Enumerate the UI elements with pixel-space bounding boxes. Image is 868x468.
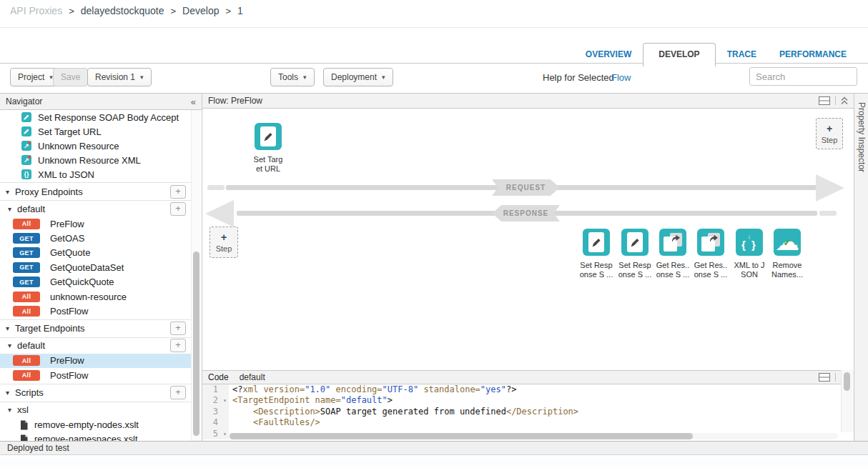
disclosure-triangle-icon[interactable]: ▾: [6, 324, 9, 332]
policy-item[interactable]: Set Target URL: [0, 124, 192, 139]
breadcrumb-item[interactable]: Develop: [182, 5, 219, 16]
policy-item[interactable]: ↗Unknown Resource XML: [0, 153, 192, 167]
fold-toggle-icon[interactable]: ▾: [221, 429, 229, 439]
method-badge: All: [13, 306, 40, 317]
add-button[interactable]: +: [170, 185, 186, 199]
save-button[interactable]: Save: [53, 68, 88, 86]
code-line[interactable]: 2▾<TargetEndpoint name="default">: [202, 395, 854, 406]
flow-item-GetQuickQuote[interactable]: GETGetQuickQuote: [0, 275, 192, 289]
pencil-icon: [583, 229, 610, 256]
tab-trace[interactable]: TRACE: [716, 44, 768, 66]
deployment-menu-button[interactable]: Deployment▾: [323, 68, 393, 86]
split-horizontal-icon[interactable]: [819, 373, 830, 382]
section-target-endpoints[interactable]: ▾Target Endpoints+: [0, 319, 192, 338]
add-button[interactable]: +: [170, 202, 186, 216]
navigator-scrollbar[interactable]: [191, 110, 201, 441]
policy-node[interactable]: ↓{ }XML to JSON: [730, 229, 769, 279]
flow-item-PreFlow[interactable]: AllPreFlow: [0, 216, 192, 231]
flow-item-GetOAS[interactable]: GETGetOAS: [0, 231, 192, 245]
plus-icon: +: [221, 232, 227, 242]
flow-panel: Flow: PreFlow REQUEST RESPONSE + Step + …: [202, 93, 854, 441]
add-button[interactable]: +: [170, 386, 186, 399]
method-badge: All: [13, 370, 40, 381]
tab-overview[interactable]: OVERVIEW: [574, 44, 643, 66]
group-xsl[interactable]: ▾xsl: [0, 402, 192, 418]
disclosure-triangle-icon[interactable]: ▾: [8, 406, 11, 414]
breadcrumb-item[interactable]: 1: [237, 5, 243, 16]
code-line[interactable]: 4 <FaultRules/>: [202, 417, 854, 428]
pencil-icon: [621, 229, 648, 256]
disclosure-triangle-icon[interactable]: ▾: [8, 205, 11, 213]
breadcrumb-item[interactable]: delayedstockquote: [81, 5, 164, 16]
add-button[interactable]: +: [170, 322, 186, 335]
cloud-check-icon: ☁✓: [774, 229, 801, 256]
line-number: 3: [202, 407, 221, 417]
add-step-button-request[interactable]: + Step: [816, 118, 843, 149]
disclosure-triangle-icon[interactable]: ▾: [6, 389, 9, 397]
revision-menu-button[interactable]: Revision 1▾: [87, 68, 152, 86]
navigator-title: Navigator: [6, 96, 42, 106]
status-bar: Deployed to test: [0, 441, 868, 455]
search-input[interactable]: [749, 67, 857, 86]
group-default[interactable]: ▾default+: [0, 338, 192, 354]
add-button[interactable]: +: [170, 339, 186, 352]
disclosure-triangle-icon[interactable]: ▾: [6, 188, 9, 196]
fold-toggle-icon[interactable]: ▾: [221, 395, 229, 406]
section-title: Proxy Endpoints: [15, 186, 83, 197]
policy-node[interactable]: Set Response S ...: [577, 229, 616, 279]
pencil-icon: [21, 126, 31, 136]
flow-item-label: GetQuickQuote: [50, 277, 114, 287]
code-line[interactable]: 3 <Description>SOAP target generated fro…: [202, 407, 854, 417]
tools-menu-button[interactable]: Tools▾: [270, 68, 315, 86]
policy-node[interactable]: Set Target URL: [249, 123, 287, 173]
flow-item-label: PostFlow: [50, 370, 88, 381]
scrollbar-thumb[interactable]: [193, 252, 199, 436]
add-step-button-response[interactable]: + Step: [209, 226, 238, 258]
code-horizontal-scrollbar[interactable]: [229, 433, 838, 439]
tab-performance[interactable]: PERFORMANCE: [768, 44, 858, 66]
flow-item-GetQuote[interactable]: GETGetQuote: [0, 246, 192, 260]
code-vertical-scrollbar[interactable]: [841, 370, 854, 432]
policy-node-label: XML to JSON: [734, 261, 765, 279]
chevron-down-icon: ▾: [382, 74, 385, 81]
flow-item-label: PreFlow: [50, 219, 84, 229]
flow-item-label: GetOAS: [50, 233, 84, 244]
policy-item[interactable]: {}XML to JSON: [0, 167, 192, 181]
flow-item-PostFlow[interactable]: AllPostFlow: [0, 368, 192, 382]
navigator-header: Navigator «: [0, 94, 202, 110]
scrollbar-thumb[interactable]: [844, 372, 850, 391]
code-tab-default[interactable]: default: [240, 372, 265, 382]
pencil-icon: [21, 112, 31, 122]
policy-node[interactable]: ☁✓RemoveNames...: [768, 229, 807, 279]
script-file-item[interactable]: remove-namespaces.xslt: [0, 432, 192, 441]
policy-item[interactable]: ↗Unknown Resource: [0, 139, 192, 153]
policy-item[interactable]: Set Response SOAP Body Accept: [0, 110, 192, 124]
disclosure-triangle-icon[interactable]: ▾: [8, 342, 11, 349]
xml-to-json-icon: {}: [21, 169, 31, 179]
collapse-up-icon[interactable]: [841, 96, 848, 105]
tab-develop[interactable]: DEVELOP: [643, 43, 715, 66]
script-file-item[interactable]: remove-empty-nodes.xslt: [0, 418, 192, 432]
flow-item-PreFlow[interactable]: AllPreFlow: [0, 354, 192, 368]
section-proxy-endpoints[interactable]: ▾Proxy Endpoints+: [0, 182, 192, 201]
flow-item-PostFlow[interactable]: AllPostFlow: [0, 304, 192, 318]
policy-node[interactable]: Set Response S ...: [616, 229, 654, 279]
policy-node[interactable]: Get Res..onse S ...: [691, 229, 730, 279]
breadcrumb-item[interactable]: API Proxies: [10, 5, 62, 16]
flow-item-unknown-resource[interactable]: Allunknown-resource: [0, 289, 192, 304]
breadcrumb-separator: >: [69, 6, 74, 16]
deployment-status-text: Deployed to test: [7, 443, 69, 453]
fold-gutter: [221, 384, 229, 395]
scrollbar-thumb[interactable]: [230, 433, 693, 439]
flow-item-GetQuoteDataSet[interactable]: GETGetQuoteDataSet: [0, 260, 192, 274]
collapse-left-icon[interactable]: «: [191, 96, 196, 107]
help-flow-link[interactable]: Flow: [611, 72, 631, 83]
group-default[interactable]: ▾default+: [0, 201, 192, 216]
line-number: 5: [202, 429, 221, 439]
split-horizontal-icon[interactable]: [819, 96, 830, 105]
breadcrumb-separator: >: [171, 6, 177, 16]
section-scripts[interactable]: ▾Scripts+: [0, 384, 192, 402]
code-line[interactable]: 1<?xml version="1.0" encoding="UTF-8" st…: [202, 384, 854, 395]
property-inspector-tab[interactable]: Property Inspector: [854, 93, 868, 441]
policy-node[interactable]: Get Res..onse S ...: [654, 229, 692, 279]
